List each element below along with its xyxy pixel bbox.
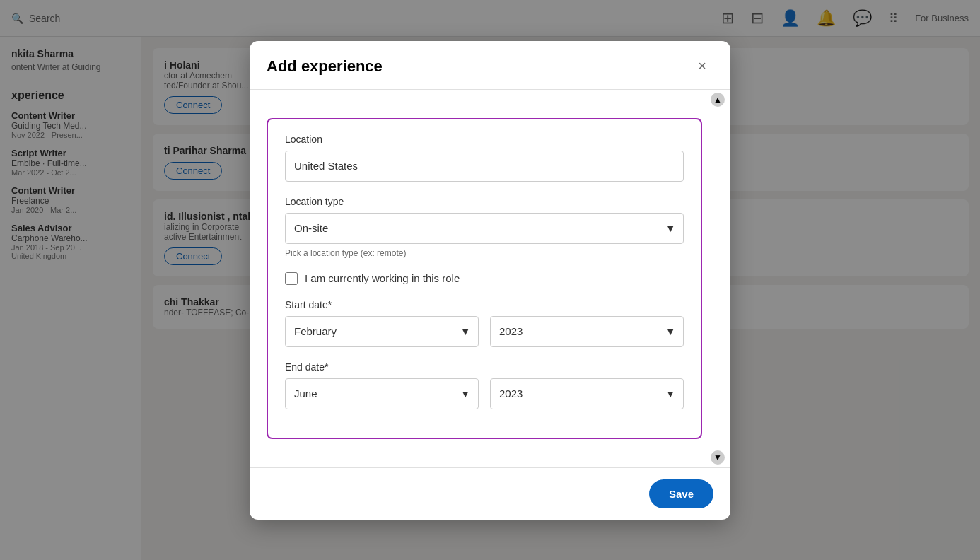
start-year-select[interactable]: 2023 2022 2021 2020 2019 2018: [490, 316, 684, 347]
currently-working-label: I am currently working in this role: [305, 272, 460, 284]
close-icon: ×: [698, 58, 706, 74]
close-button[interactable]: ×: [691, 55, 713, 78]
end-date-group: End date* January February March April M…: [285, 361, 684, 409]
location-type-select[interactable]: On-site Remote Hybrid: [285, 213, 684, 244]
add-experience-modal: Add experience × ▲ Location Location typ: [250, 41, 730, 520]
location-label: Location: [285, 134, 684, 145]
end-year-wrapper: 2023 2022 2021 2020 2019 2018 ▼: [490, 378, 684, 409]
location-type-label: Location type: [285, 196, 684, 207]
location-type-group: Location type On-site Remote Hybrid ▼ Pi…: [285, 196, 684, 258]
start-year-wrapper: 2023 2022 2021 2020 2019 2018 ▼: [490, 316, 684, 347]
form-bordered-section: Location Location type On-site Remote Hy…: [267, 118, 702, 439]
modal-body: ▲ Location Location type On-site Remote: [250, 90, 730, 467]
modal-backdrop: Add experience × ▲ Location Location typ: [0, 0, 980, 560]
start-year-col: 2023 2022 2021 2020 2019 2018 ▼: [490, 316, 684, 347]
end-date-label: End date*: [285, 361, 684, 373]
end-month-select[interactable]: January February March April May June Ju…: [285, 378, 479, 409]
end-year-select[interactable]: 2023 2022 2021 2020 2019 2018: [490, 378, 684, 409]
end-month-wrapper: January February March April May June Ju…: [285, 378, 479, 409]
start-month-wrapper: January February March April May June Ju…: [285, 316, 479, 347]
start-date-group: Start date* January February March April…: [285, 299, 684, 347]
location-type-hint: Pick a location type (ex: remote): [285, 248, 684, 258]
modal-footer: Save: [250, 467, 730, 520]
location-group: Location: [285, 134, 684, 182]
end-month-col: January February March April May June Ju…: [285, 378, 479, 409]
currently-working-checkbox[interactable]: [285, 272, 298, 285]
scroll-up-arrow[interactable]: ▲: [711, 93, 725, 107]
modal-title: Add experience: [267, 57, 383, 76]
start-date-row: January February March April May June Ju…: [285, 316, 684, 347]
start-month-select[interactable]: January February March April May June Ju…: [285, 316, 479, 347]
start-date-label: Start date*: [285, 299, 684, 310]
location-type-select-wrapper: On-site Remote Hybrid ▼: [285, 213, 684, 244]
start-month-col: January February March April May June Ju…: [285, 316, 479, 347]
currently-working-wrapper: I am currently working in this role: [285, 272, 684, 285]
end-year-col: 2023 2022 2021 2020 2019 2018 ▼: [490, 378, 684, 409]
location-input[interactable]: [285, 151, 684, 182]
save-button[interactable]: Save: [649, 479, 713, 508]
modal-header: Add experience ×: [250, 41, 730, 90]
scroll-down-arrow[interactable]: ▼: [711, 450, 725, 465]
end-date-row: January February March April May June Ju…: [285, 378, 684, 409]
